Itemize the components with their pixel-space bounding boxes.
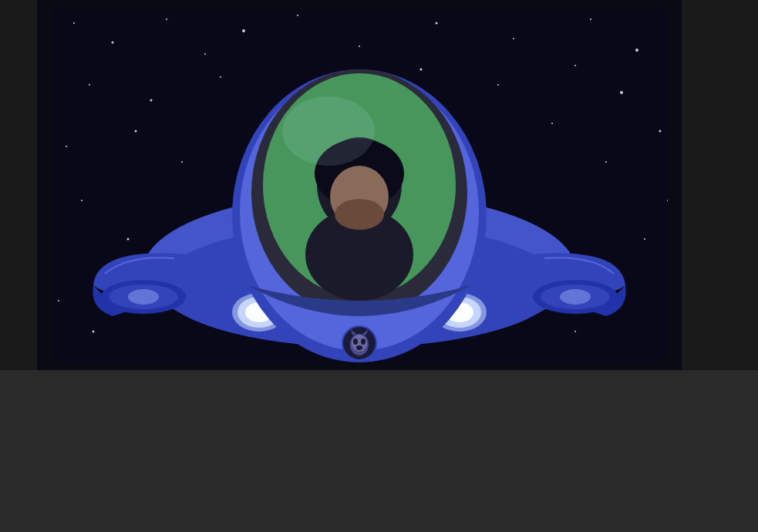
svg-point-12 [89,84,90,86]
svg-point-62 [361,338,366,345]
svg-point-64 [282,96,375,166]
svg-point-20 [66,146,67,147]
svg-point-7 [359,45,360,47]
svg-point-28 [644,238,645,240]
svg-point-13 [150,99,153,102]
svg-point-24 [127,238,130,241]
svg-point-33 [574,331,576,332]
svg-point-3 [166,19,167,20]
svg-point-16 [420,69,423,71]
svg-point-5 [242,29,245,32]
svg-point-32 [93,331,95,333]
svg-point-11 [635,49,638,52]
preview-canvas [37,0,682,370]
svg-point-4 [204,53,206,55]
svg-point-25 [551,123,553,124]
svg-point-22 [181,161,183,163]
svg-point-27 [659,130,662,133]
svg-point-8 [436,22,438,25]
svg-point-63 [356,345,362,350]
svg-point-55 [335,199,384,230]
svg-point-23 [81,200,83,201]
svg-point-19 [620,91,623,94]
svg-point-17 [497,84,499,86]
svg-point-21 [135,130,137,133]
svg-point-6 [297,15,298,16]
svg-point-61 [353,338,358,345]
svg-point-10 [590,19,591,20]
svg-point-9 [513,38,514,39]
svg-point-65 [128,289,159,305]
svg-point-31 [58,300,59,301]
svg-point-26 [605,161,607,163]
svg-point-1 [73,22,75,24]
svg-point-2 [112,42,114,44]
svg-point-18 [574,65,576,66]
spaceship-scene [37,0,682,370]
bottom-panel: selected ⚙ Properties ▤ Filters Scenes +… [0,370,758,532]
svg-point-14 [220,76,221,78]
svg-point-66 [560,289,591,305]
preview-area [37,0,682,370]
